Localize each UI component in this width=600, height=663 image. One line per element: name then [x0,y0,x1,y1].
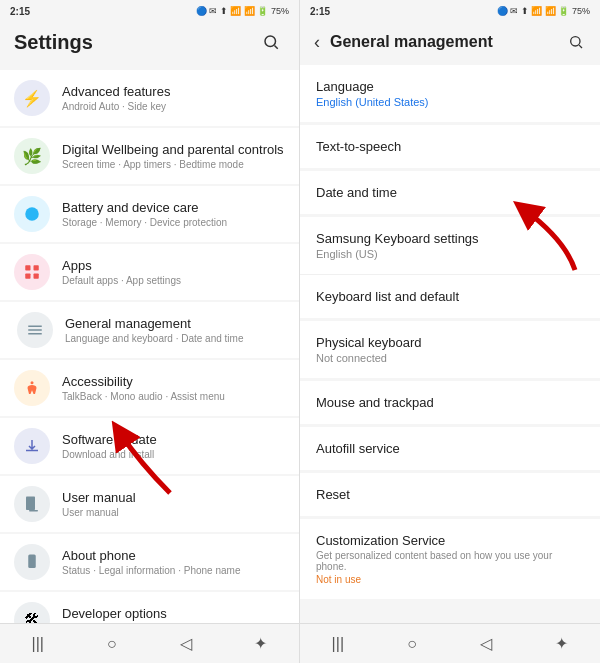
customization-section: Customization Service Get personalized c… [300,519,600,599]
nav-home-left[interactable]: ○ [91,629,133,659]
nav-recent-right[interactable]: ||| [316,629,360,659]
right-search-button[interactable] [562,28,590,56]
settings-item-accessibility[interactable]: Accessibility TalkBack · Mono audio · As… [0,360,299,416]
language-title: Language [316,79,584,94]
right-item-tts[interactable]: Text-to-speech [300,125,600,168]
right-item-customization[interactable]: Customization Service Get personalized c… [300,519,600,599]
digital-wellbeing-title: Digital Wellbeing and parental controls [62,142,285,159]
physical-keyboard-section: Physical keyboard Not connected [300,321,600,378]
about-phone-icon [14,544,50,580]
customization-title: Customization Service [316,533,584,548]
digital-wellbeing-icon: 🌿 [14,138,50,174]
left-status-bar: 2:15 🔵 ✉ ⬆ 📶 📶 🔋 75% [0,0,299,22]
nav-back-right[interactable]: ◁ [464,628,508,659]
about-phone-subtitle: Status · Legal information · Phone name [62,565,285,576]
settings-item-software-update[interactable]: Software update Download and install [0,418,299,474]
svg-rect-6 [34,274,39,279]
left-status-time: 2:15 [10,6,30,17]
software-update-title: Software update [62,432,285,449]
nav-back-left[interactable]: ◁ [164,628,208,659]
reset-section: Reset [300,473,600,516]
settings-item-battery[interactable]: Battery and device care Storage · Memory… [0,186,299,242]
developer-options-icon: 🛠 [14,602,50,623]
right-status-time: 2:15 [310,6,330,17]
keyboard-section: Samsung Keyboard settings English (US) K… [300,217,600,318]
nav-recent-left[interactable]: ||| [15,629,59,659]
battery-title: Battery and device care [62,200,285,217]
right-item-reset[interactable]: Reset [300,473,600,516]
right-item-autofill[interactable]: Autofill service [300,427,600,470]
autofill-title: Autofill service [316,441,584,456]
settings-item-digital-wellbeing[interactable]: 🌿 Digital Wellbeing and parental control… [0,128,299,184]
tts-section: Text-to-speech [300,125,600,168]
user-manual-icon [14,486,50,522]
advanced-features-subtitle: Android Auto · Side key [62,101,285,112]
samsung-keyboard-subtitle: English (US) [316,248,584,260]
nav-home-right[interactable]: ○ [391,629,433,659]
right-item-physical-keyboard[interactable]: Physical keyboard Not connected [300,321,600,378]
customization-subtitle: Get personalized content based on how yo… [316,550,584,572]
svg-rect-11 [26,497,35,511]
mouse-title: Mouse and trackpad [316,395,584,410]
nav-extra-right[interactable]: ✦ [539,628,584,659]
apps-subtitle: Default apps · App settings [62,275,285,286]
datetime-section: Date and time [300,171,600,214]
language-section: Language English (United States) [300,65,600,122]
user-manual-title: User manual [62,490,285,507]
apps-icon [14,254,50,290]
settings-list: ⚡ Advanced features Android Auto · Side … [0,62,299,623]
nav-extra-left[interactable]: ✦ [238,628,283,659]
developer-options-title: Developer options [62,606,285,623]
apps-title: Apps [62,258,285,275]
time-right: 2:15 [310,6,330,17]
settings-item-user-manual[interactable]: User manual User manual [0,476,299,532]
left-search-button[interactable] [257,28,285,56]
svg-rect-12 [29,510,38,512]
svg-rect-5 [25,274,30,279]
general-management-subtitle: Language and keyboard · Date and time [65,333,285,344]
physical-keyboard-subtitle: Not connected [316,352,584,364]
left-nav-bar: ||| ○ ◁ ✦ [0,623,299,663]
accessibility-icon [14,370,50,406]
right-item-datetime[interactable]: Date and time [300,171,600,214]
user-manual-subtitle: User manual [62,507,285,518]
right-item-mouse[interactable]: Mouse and trackpad [300,381,600,424]
back-button[interactable]: ‹ [310,30,324,55]
svg-line-1 [274,45,277,48]
not-in-use-label: Not in use [316,574,584,585]
left-top-bar: Settings [0,22,299,62]
svg-rect-3 [25,265,30,270]
language-subtitle: English (United States) [316,96,584,108]
settings-item-general-management[interactable]: General management Language and keyboard… [0,302,299,358]
battery-subtitle: Storage · Memory · Device protection [62,217,285,228]
svg-point-0 [265,36,276,47]
software-update-subtitle: Download and install [62,449,285,460]
settings-item-developer-options[interactable]: 🛠 Developer options Developer options [0,592,299,623]
right-status-bar: 2:15 🔵 ✉ ⬆ 📶 📶 🔋 75% [300,0,600,22]
battery-icon [14,196,50,232]
time-left: 2:15 [10,6,30,17]
settings-item-apps[interactable]: Apps Default apps · App settings [0,244,299,300]
settings-item-advanced-features[interactable]: ⚡ Advanced features Android Auto · Side … [0,70,299,126]
reset-title: Reset [316,487,584,502]
settings-item-about-phone[interactable]: About phone Status · Legal information ·… [0,534,299,590]
right-nav-bar: ||| ○ ◁ ✦ [300,623,600,663]
right-item-samsung-keyboard[interactable]: Samsung Keyboard settings English (US) [300,217,600,275]
general-management-icon [17,312,53,348]
svg-rect-9 [28,333,42,335]
left-page-title: Settings [14,31,93,54]
svg-rect-7 [28,326,42,328]
right-page-title: General management [330,33,556,51]
keyboard-list-title: Keyboard list and default [316,289,584,304]
right-top-bar: ‹ General management [300,22,600,62]
advanced-features-title: Advanced features [62,84,285,101]
samsung-keyboard-title: Samsung Keyboard settings [316,231,584,246]
datetime-title: Date and time [316,185,584,200]
left-status-icons: 🔵 ✉ ⬆ 📶 📶 🔋 75% [196,6,289,16]
general-management-title: General management [65,316,285,333]
right-item-keyboard-list[interactable]: Keyboard list and default [300,275,600,318]
svg-rect-8 [28,329,42,331]
right-settings-list: Language English (United States) Text-to… [300,62,600,623]
right-item-language[interactable]: Language English (United States) [300,65,600,122]
about-phone-title: About phone [62,548,285,565]
